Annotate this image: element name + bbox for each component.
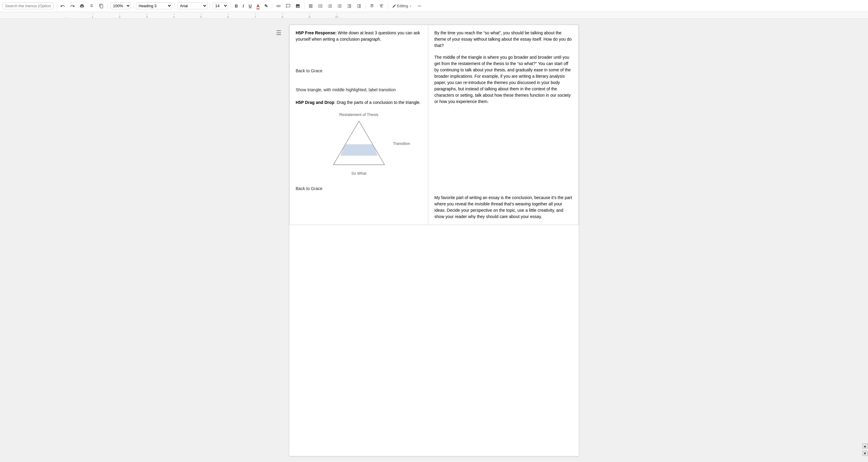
triangle-diagram: Restatement of Thesis bbox=[296, 112, 422, 176]
paint-format-button[interactable] bbox=[88, 3, 96, 9]
bold-button[interactable]: B bbox=[233, 3, 239, 9]
italic-button[interactable]: I bbox=[241, 3, 245, 9]
editing-button[interactable]: Editing bbox=[391, 3, 414, 9]
insert-comment-button[interactable] bbox=[284, 3, 292, 9]
scroll-down-button[interactable]: ▼ bbox=[862, 451, 868, 456]
outline-icon[interactable]: ☰ bbox=[276, 29, 281, 456]
clear-formatting-button[interactable] bbox=[378, 3, 385, 9]
zoom-select[interactable]: 100% 75% 125% bbox=[110, 2, 131, 9]
toolbar: 100% 75% 125% Heading 3 Normal text Head… bbox=[0, 0, 868, 12]
left-col-top: H5P Free Response: Write down at least 3… bbox=[290, 25, 428, 225]
h5p-drag-drop-label: H5P Drag and Drop bbox=[296, 100, 334, 105]
indent-less-button[interactable] bbox=[345, 3, 353, 9]
svg-marker-1 bbox=[333, 121, 384, 165]
search-input[interactable] bbox=[2, 2, 54, 9]
scrollbar: ▲ ▼ bbox=[862, 443, 868, 456]
svg-marker-2 bbox=[340, 144, 378, 156]
scroll-up-button[interactable]: ▲ bbox=[862, 443, 868, 449]
back-to-grace-2: Back to Grace bbox=[296, 186, 422, 192]
strikethrough-button[interactable] bbox=[368, 3, 376, 9]
copy-format-button[interactable] bbox=[97, 3, 105, 9]
triangle-svg bbox=[332, 120, 386, 166]
underline-button[interactable]: U bbox=[247, 3, 253, 9]
svg-marker-0 bbox=[333, 121, 384, 165]
highlight-button[interactable]: ✎ bbox=[263, 3, 270, 9]
right-col: By the time you reach the “so what”, you… bbox=[428, 25, 579, 225]
divider-6 bbox=[230, 3, 231, 9]
content-table: H5P Free Response: Write down at least 3… bbox=[289, 25, 579, 225]
triangle-svg-wrapper: Transition bbox=[332, 120, 386, 168]
divider-3 bbox=[133, 3, 133, 9]
right-col-gap bbox=[434, 110, 572, 195]
divider-10 bbox=[388, 3, 388, 9]
divider-8 bbox=[304, 3, 304, 9]
more-button[interactable] bbox=[415, 3, 424, 9]
size-select[interactable]: 14 10 12 18 bbox=[213, 2, 228, 9]
show-triangle-text: Show triangle, with middle highlighted, … bbox=[296, 87, 422, 93]
left-sidebar: ☰ bbox=[271, 25, 286, 456]
divider-4 bbox=[175, 3, 175, 9]
bullet-list-button[interactable] bbox=[336, 3, 344, 9]
transition-label: Transition bbox=[393, 141, 410, 147]
line-spacing-button[interactable] bbox=[316, 3, 324, 9]
h5p-free-response-label: H5P Free Response: bbox=[296, 30, 337, 35]
h5p-drag-drop-para: H5P Drag and Drop: Drag the parts of a c… bbox=[296, 99, 422, 106]
triangle-top-label: Restatement of Thesis bbox=[339, 112, 378, 118]
h5p-free-response-para: H5P Free Response: Write down at least 3… bbox=[296, 30, 422, 42]
ruler: 1 2 3 4 5 6 7 8 9 10 bbox=[0, 12, 868, 19]
main-content: ☰ H5P Free Response: Write down at least… bbox=[0, 19, 868, 462]
text-color-button[interactable]: A bbox=[255, 3, 261, 9]
right-para-2: The middle of the triangle is where you … bbox=[434, 54, 572, 105]
divider-9 bbox=[365, 3, 366, 9]
back-to-grace-1: Back to Grace bbox=[296, 68, 422, 74]
style-select[interactable]: Heading 3 Normal text Heading 1 Heading … bbox=[136, 2, 172, 9]
right-spacer bbox=[582, 25, 597, 456]
document: H5P Free Response: Write down at least 3… bbox=[289, 25, 579, 456]
print-button[interactable] bbox=[78, 3, 86, 9]
svg-marker-3 bbox=[333, 121, 384, 165]
numbered-list-button[interactable] bbox=[326, 3, 334, 9]
right-para-3: My favorite part of writing an essay is … bbox=[434, 195, 572, 220]
triangle-bottom-label: So What bbox=[351, 170, 367, 176]
align-button[interactable] bbox=[307, 3, 315, 9]
h5p-drag-drop-text: : Drag the parts of a conclusion to the … bbox=[334, 100, 421, 105]
divider-7 bbox=[272, 3, 272, 9]
insert-image-button[interactable] bbox=[294, 3, 302, 9]
redo-button[interactable] bbox=[68, 3, 76, 9]
undo-button[interactable] bbox=[59, 3, 67, 9]
divider-1 bbox=[56, 3, 56, 9]
divider-2 bbox=[107, 3, 108, 9]
table-row-1: H5P Free Response: Write down at least 3… bbox=[290, 25, 579, 225]
font-select[interactable]: Arial Times New Roman bbox=[177, 2, 207, 9]
right-para-1: By the time you reach the “so what”, you… bbox=[434, 30, 572, 49]
link-button[interactable] bbox=[275, 3, 282, 9]
indent-more-button[interactable] bbox=[355, 3, 363, 9]
